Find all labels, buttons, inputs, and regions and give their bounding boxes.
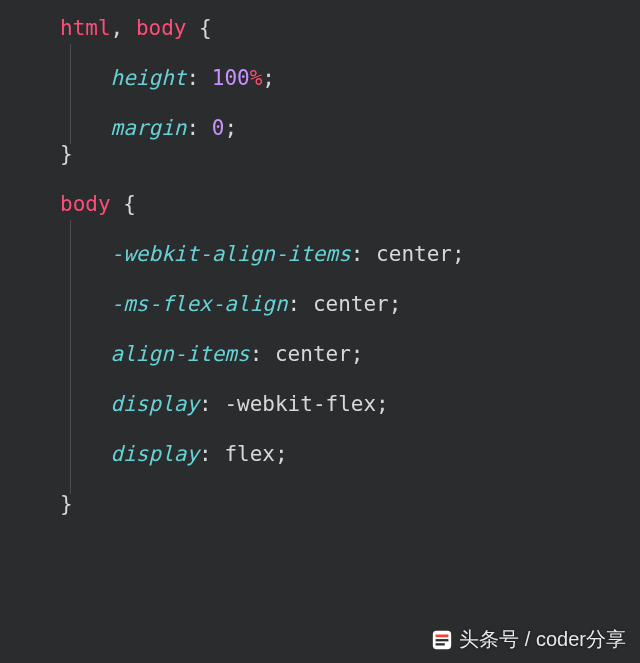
- unit-token: %: [250, 66, 263, 90]
- code-line: -webkit-align-items: center;: [0, 244, 640, 270]
- code-line: height: 100%;: [0, 68, 640, 94]
- rule-body: height: 100%; margin: 0;: [0, 44, 640, 144]
- value-token: center: [275, 342, 351, 366]
- code-line: align-items: center;: [0, 344, 640, 370]
- code-line: margin: 0;: [0, 118, 640, 144]
- code-line: body {: [0, 194, 640, 220]
- value-token: center: [376, 242, 452, 266]
- selector-token: body: [60, 192, 111, 216]
- property-token: -ms-flex-align: [111, 292, 288, 316]
- brace-token: {: [123, 192, 136, 216]
- property-token: align-items: [111, 342, 250, 366]
- value-token: flex: [224, 442, 275, 466]
- value-token: -webkit-flex: [224, 392, 376, 416]
- toutiao-icon: [431, 629, 453, 651]
- number-token: 100: [212, 66, 250, 90]
- property-token: display: [111, 392, 200, 416]
- value-token: center: [313, 292, 389, 316]
- code-line: -ms-flex-align: center;: [0, 294, 640, 320]
- code-line: }: [0, 494, 640, 520]
- property-token: height: [111, 66, 187, 90]
- brace-token: }: [60, 142, 73, 166]
- number-token: 0: [212, 116, 225, 140]
- brace-token: {: [199, 16, 212, 40]
- code-line: display: flex;: [0, 444, 640, 470]
- code-line: html, body {: [0, 18, 640, 44]
- property-token: margin: [111, 116, 187, 140]
- rule-body: -webkit-align-items: center; -ms-flex-al…: [0, 220, 640, 494]
- svg-rect-1: [436, 634, 449, 637]
- selector-token: body: [136, 16, 187, 40]
- watermark: 头条号 / coder分享: [431, 626, 626, 653]
- svg-rect-3: [436, 643, 445, 645]
- property-token: -webkit-align-items: [111, 242, 351, 266]
- comma-token: ,: [111, 16, 136, 40]
- svg-rect-2: [436, 639, 449, 641]
- selector-token: html: [60, 16, 111, 40]
- code-line: display: -webkit-flex;: [0, 394, 640, 420]
- code-block: html, body { height: 100%; margin: 0; } …: [0, 0, 640, 520]
- code-line: }: [0, 144, 640, 170]
- brace-token: }: [60, 492, 73, 516]
- property-token: display: [111, 442, 200, 466]
- watermark-text: 头条号 / coder分享: [459, 626, 626, 653]
